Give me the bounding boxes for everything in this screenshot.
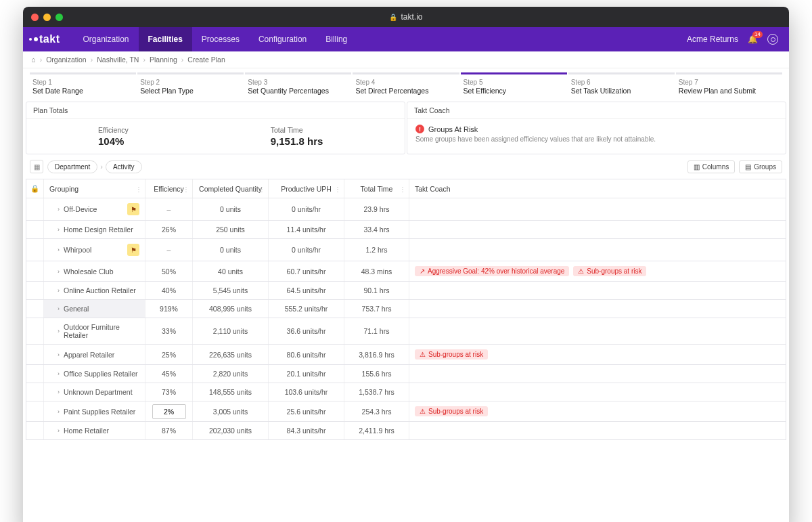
nav-item-configuration[interactable]: Configuration xyxy=(249,27,316,51)
drag-handle-icon[interactable]: ⋮ xyxy=(258,185,265,192)
grouping-cell[interactable]: ›Home Design Retailer xyxy=(44,221,145,238)
efficiency-cell[interactable]: – xyxy=(145,239,193,261)
groups-button[interactable]: ▤ Groups xyxy=(739,160,782,173)
table-row[interactable]: ›Unknown Department73%148,555 units103.6… xyxy=(26,383,786,401)
efficiency-cell[interactable]: 40% xyxy=(145,282,193,299)
productive-uph-cell: 0 units/hr xyxy=(269,198,344,220)
drag-handle-icon[interactable]: ⋮ xyxy=(334,185,341,192)
sub-groups-risk-badge[interactable]: ⚠Sub-groups at risk xyxy=(573,266,646,276)
nav-item-organization[interactable]: Organization xyxy=(73,27,138,51)
expand-chevron-icon[interactable]: › xyxy=(58,370,60,377)
efficiency-input[interactable] xyxy=(152,404,186,419)
step-5[interactable]: Step 5Set Efficiency xyxy=(461,72,567,102)
table-row[interactable]: ›Off-Device⚑–0 units0 units/hr23.9 hrs xyxy=(26,198,786,221)
address-bar[interactable]: 🔒 takt.io xyxy=(389,12,422,22)
nav-item-billing[interactable]: Billing xyxy=(316,27,357,51)
step-1[interactable]: Step 1Set Date Range xyxy=(30,72,136,102)
window-controls[interactable] xyxy=(31,14,63,21)
expand-chevron-icon[interactable]: › xyxy=(58,408,60,415)
efficiency-cell[interactable]: 25% xyxy=(145,345,193,364)
account-name[interactable]: Acme Returns xyxy=(687,35,738,44)
grouping-cell[interactable]: ›General xyxy=(44,300,145,318)
efficiency-cell[interactable]: – xyxy=(145,198,193,220)
table-row[interactable]: ›Office Supplies Retailer45%2,820 units2… xyxy=(26,365,786,383)
table-row[interactable]: ›Home Design Retailer26%250 units11.4 un… xyxy=(26,221,786,239)
expand-chevron-icon[interactable]: › xyxy=(58,389,60,395)
table-row[interactable]: ›Paint Supplies Retailer3,005 units25.6 … xyxy=(26,401,786,422)
drag-handle-icon[interactable]: ⋮ xyxy=(183,185,189,192)
completed-quantity-column-header[interactable]: Completed Quantity ⋮ xyxy=(193,179,269,198)
aggressive-goal-badge[interactable]: ↗Aggressive Goal: 42% over historical av… xyxy=(415,266,569,276)
step-7[interactable]: Step 7Review Plan and Submit xyxy=(676,72,782,102)
drag-handle-icon[interactable]: ⋮ xyxy=(135,185,142,192)
grouping-cell[interactable]: ›Unknown Department xyxy=(44,383,145,401)
expand-chevron-icon[interactable]: › xyxy=(58,206,60,213)
table-row[interactable]: ›Whirpool⚑–0 units0 units/hr1.2 hrs xyxy=(26,239,786,261)
table-row[interactable]: ›Online Auction Retailer40%5,545 units64… xyxy=(26,282,786,300)
efficiency-cell[interactable]: 87% xyxy=(145,422,193,439)
home-icon[interactable]: ⌂ xyxy=(31,56,36,64)
efficiency-cell[interactable]: 919% xyxy=(145,300,193,318)
columns-button[interactable]: ▥ Columns xyxy=(687,160,735,173)
expand-chevron-icon[interactable]: › xyxy=(58,305,60,312)
grouping-column-header[interactable]: Grouping ⋮ xyxy=(44,179,145,198)
grouping-cell[interactable]: ›Paint Supplies Retailer xyxy=(44,401,145,421)
breadcrumb-item[interactable]: Create Plan xyxy=(187,56,225,64)
efficiency-cell[interactable]: 73% xyxy=(145,383,193,401)
expand-chevron-icon[interactable]: › xyxy=(58,351,60,358)
close-window-icon[interactable] xyxy=(31,14,39,21)
efficiency-cell[interactable]: 45% xyxy=(145,365,193,383)
productive-uph-column-header[interactable]: Productive UPH ⋮ xyxy=(269,179,344,198)
grouping-cell[interactable]: ›Online Auction Retailer xyxy=(44,282,145,299)
group-pill-activity[interactable]: Activity xyxy=(106,160,142,173)
lock-column-header[interactable]: 🔒 xyxy=(26,179,44,198)
efficiency-cell[interactable]: 26% xyxy=(145,221,193,238)
group-pill-department[interactable]: Department xyxy=(47,160,97,173)
table-row[interactable]: ›General919%408,995 units555.2 units/hr7… xyxy=(26,300,786,318)
expand-chevron-icon[interactable]: › xyxy=(58,328,60,334)
expand-chevron-icon[interactable]: › xyxy=(58,226,60,233)
step-6[interactable]: Step 6Set Task Utilization xyxy=(568,72,675,102)
expand-chevron-icon[interactable]: › xyxy=(58,268,60,275)
step-2[interactable]: Step 2Select Plan Type xyxy=(137,72,244,102)
total-time-cell: 90.1 hrs xyxy=(344,282,409,299)
drag-handle-icon[interactable]: ⋮ xyxy=(399,185,406,192)
step-4[interactable]: Step 4Set Direct Percentages xyxy=(353,72,459,102)
maximize-window-icon[interactable] xyxy=(55,14,63,21)
sub-groups-risk-badge[interactable]: ⚠Sub-groups at risk xyxy=(415,349,488,360)
total-time-column-header[interactable]: Total Time ⋮ xyxy=(344,179,409,198)
flag-icon[interactable]: ⚑ xyxy=(127,244,139,256)
expand-chevron-icon[interactable]: › xyxy=(58,287,60,294)
notifications-button[interactable]: 🔔 14 xyxy=(748,35,758,44)
takt-coach-column-header[interactable]: Takt Coach xyxy=(409,179,786,198)
logo[interactable]: takt xyxy=(34,33,60,45)
grouping-cell[interactable]: ›Outdoor Furniture Retailer xyxy=(44,318,145,344)
grouping-cell[interactable]: ›Off-Device⚑ xyxy=(44,198,145,220)
table-row[interactable]: ›Outdoor Furniture Retailer33%2,110 unit… xyxy=(26,318,786,345)
table-row[interactable]: ›Apparel Retailer25%226,635 units80.6 un… xyxy=(26,345,786,365)
breadcrumb-item[interactable]: Planning xyxy=(150,56,177,64)
grouping-cell[interactable]: ›Wholesale Club xyxy=(44,261,145,281)
efficiency-cell[interactable]: 50% xyxy=(145,261,193,281)
grouping-cell[interactable]: ›Home Retailer xyxy=(44,422,145,439)
grouping-cell[interactable]: ›Office Supplies Retailer xyxy=(44,365,145,383)
minimize-window-icon[interactable] xyxy=(43,14,51,21)
grouping-cell[interactable]: ›Apparel Retailer xyxy=(44,345,145,364)
select-columns-icon[interactable]: ▦ xyxy=(30,160,43,173)
table-row[interactable]: ›Wholesale Club50%40 units60.7 units/hr4… xyxy=(26,261,786,282)
nav-item-facilities[interactable]: Facilities xyxy=(139,27,192,51)
table-row[interactable]: ›Home Retailer87%202,030 units84.3 units… xyxy=(26,422,786,440)
efficiency-cell[interactable] xyxy=(145,401,193,421)
nav-item-processes[interactable]: Processes xyxy=(192,27,249,51)
breadcrumb-item[interactable]: Organization xyxy=(46,56,87,64)
efficiency-column-header[interactable]: Efficiency ⋮ xyxy=(145,179,193,198)
flag-icon[interactable]: ⚑ xyxy=(127,203,139,215)
expand-chevron-icon[interactable]: › xyxy=(58,427,60,434)
avatar-icon[interactable] xyxy=(767,34,778,45)
efficiency-cell[interactable]: 33% xyxy=(145,318,193,344)
expand-chevron-icon[interactable]: › xyxy=(58,246,60,253)
grouping-cell[interactable]: ›Whirpool⚑ xyxy=(44,239,145,261)
sub-groups-risk-badge[interactable]: ⚠Sub-groups at risk xyxy=(415,406,488,416)
breadcrumb-item[interactable]: Nashville, TN xyxy=(97,56,139,64)
step-3[interactable]: Step 3Set Quantity Percentages xyxy=(245,72,351,102)
